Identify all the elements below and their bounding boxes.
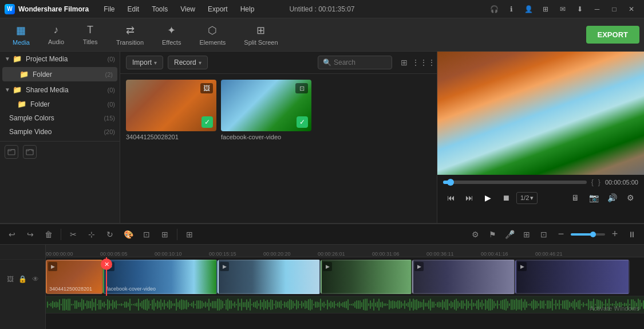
waveform-bar (447, 299, 448, 310)
marker-button[interactable]: ⚑ (485, 227, 500, 242)
waveform-bar (183, 300, 184, 310)
undo-button[interactable]: ↩ (5, 227, 19, 242)
waveform-bar (490, 299, 491, 310)
video-clip-5[interactable]: ▶ (412, 260, 515, 294)
email-icon[interactable]: ✉ (555, 3, 571, 15)
export-button[interactable]: EXPORT (586, 26, 639, 44)
transform-button[interactable]: ⊡ (139, 227, 154, 242)
tab-elements[interactable]: ⬡ Elements (191, 21, 234, 49)
tab-audio[interactable]: ♪ Audio (40, 21, 72, 49)
settings-button[interactable]: ⚙ (622, 190, 638, 206)
add-folder-button[interactable] (5, 145, 18, 159)
menu-view[interactable]: View (175, 3, 201, 15)
video-clip-3[interactable]: ▶ (218, 260, 321, 294)
expand-button[interactable]: ⊞ (182, 227, 197, 242)
waveform-bar (83, 300, 84, 310)
download-icon[interactable]: ⬇ (572, 3, 588, 15)
video-clip-2[interactable]: ▶ facebook-cover-video (103, 260, 218, 294)
record-button[interactable]: Record ▾ (168, 56, 208, 69)
video-clip-1[interactable]: ▶ 340441250028201 (46, 260, 103, 294)
skip-back-button[interactable]: ⏮ (443, 190, 459, 206)
waveform-bar (461, 300, 462, 309)
menu-tools[interactable]: Tools (146, 3, 173, 15)
sidebar-item-folder[interactable]: 📁 Folder (2) (2, 67, 117, 81)
waveform-bar (318, 302, 319, 307)
grid-view-button[interactable]: ⋮⋮⋮ (416, 55, 431, 70)
sidebar-item-sample-colors[interactable]: Sample Colors (15) (0, 111, 120, 125)
import-button[interactable]: Import ▾ (126, 56, 163, 69)
rotate-button[interactable]: ↻ (102, 227, 117, 242)
minimize-button[interactable]: ─ (589, 3, 605, 15)
menu-help[interactable]: Help (235, 3, 260, 15)
playhead[interactable]: ✕ (106, 257, 107, 296)
delete-button[interactable]: 🗑 (41, 227, 56, 242)
media-item-video2[interactable]: ⊡ ✓ facebook-cover-video (221, 80, 311, 140)
waveform-bar (533, 299, 534, 310)
track-labels: 🖼 🔒 👁 (0, 245, 46, 329)
play-button[interactable]: ▶ (480, 190, 496, 206)
waveform-bar (116, 300, 117, 309)
audio-btn[interactable]: ⊞ (157, 227, 172, 242)
stop-button[interactable]: ⏹ (498, 190, 514, 206)
user-icon[interactable]: 👤 (520, 3, 536, 15)
cut-button[interactable]: ✂ (66, 227, 81, 242)
menu-file[interactable]: File (98, 3, 120, 15)
video-clip-4[interactable]: ▶ (321, 260, 412, 294)
media-item-label2: facebook-cover-video (221, 134, 311, 140)
menu-export[interactable]: Export (202, 3, 234, 15)
sidebar-item-sample-video[interactable]: Sample Video (20) (0, 125, 120, 139)
close-button[interactable]: ✕ (623, 3, 639, 15)
waveform-bar (384, 303, 385, 306)
tab-splitscreen[interactable]: ⊞ Split Screen (236, 21, 286, 49)
zoom-out-button[interactable]: − (554, 227, 568, 242)
waveform-bar (315, 301, 316, 308)
redo-button[interactable]: ↪ (23, 227, 38, 242)
monitor-icon[interactable]: 🖥 (567, 190, 583, 206)
track-thumbnail-icon[interactable]: 🖼 (5, 274, 15, 284)
playhead-handle[interactable]: ✕ (101, 258, 112, 270)
waveform-bar (418, 301, 419, 308)
search-input[interactable] (334, 58, 385, 66)
step-back-button[interactable]: ⏭ (461, 190, 477, 206)
fullscreen-button[interactable]: ⏸ (625, 227, 639, 242)
color-button[interactable]: 🎨 (121, 227, 136, 242)
maximize-button[interactable]: □ (606, 3, 622, 15)
zoom-in-button[interactable]: + (607, 227, 622, 242)
waveform-bar (57, 302, 58, 307)
settings-icon[interactable]: ⚙ (468, 227, 483, 242)
zoom-slider[interactable] (571, 233, 605, 236)
waveform-bar (524, 299, 526, 310)
remove-folder-button[interactable] (23, 145, 37, 159)
waveform-bar (493, 301, 495, 308)
menu-edit[interactable]: Edit (121, 3, 145, 15)
screenshot-button[interactable]: 📷 (586, 190, 602, 206)
record-timeline-button[interactable]: ⊞ (519, 227, 534, 242)
headphone-icon[interactable]: 🎧 (486, 3, 502, 15)
track-eye-icon[interactable]: 👁 (30, 274, 41, 284)
video-clip-6[interactable]: ▶ (515, 260, 630, 294)
filter-button[interactable]: ⊞ (397, 55, 412, 70)
tab-titles[interactable]: T Titles (74, 21, 106, 49)
tab-media[interactable]: ▦ Media (5, 21, 38, 49)
folder-icon: 📁 (17, 100, 26, 108)
speed-selector[interactable]: 1/2 ▾ (516, 192, 538, 204)
sidebar-item-project-media[interactable]: ▼ 📁 Project Media (0) (0, 52, 120, 66)
track-lock-icon[interactable]: 🔒 (18, 274, 28, 284)
grid-icon[interactable]: ⊞ (538, 3, 554, 15)
waveform-bar (265, 301, 266, 308)
tab-transition[interactable]: ⇄ Transition (108, 21, 152, 49)
waveform-bar (547, 300, 548, 309)
sidebar-item-shared-media[interactable]: ▼ 📁 Shared Media (0) (0, 83, 120, 97)
mic-button[interactable]: 🎤 (502, 227, 517, 242)
volume-button[interactable]: 🔊 (604, 190, 620, 206)
waveform-bar (468, 301, 469, 308)
media-item-video1[interactable]: 🖼 ✓ 340441250028201 (126, 80, 216, 140)
preview-slider[interactable] (443, 181, 587, 184)
waveform-bar (81, 299, 82, 311)
waveform-bar (571, 303, 572, 306)
sidebar-item-shared-folder[interactable]: 📁 Folder (0) (0, 97, 120, 111)
tab-effects[interactable]: ✦ Effects (154, 21, 189, 49)
crop-button[interactable]: ⊹ (84, 227, 99, 242)
snapshot-button[interactable]: ⊡ (536, 227, 551, 242)
info-icon[interactable]: ℹ (503, 3, 519, 15)
